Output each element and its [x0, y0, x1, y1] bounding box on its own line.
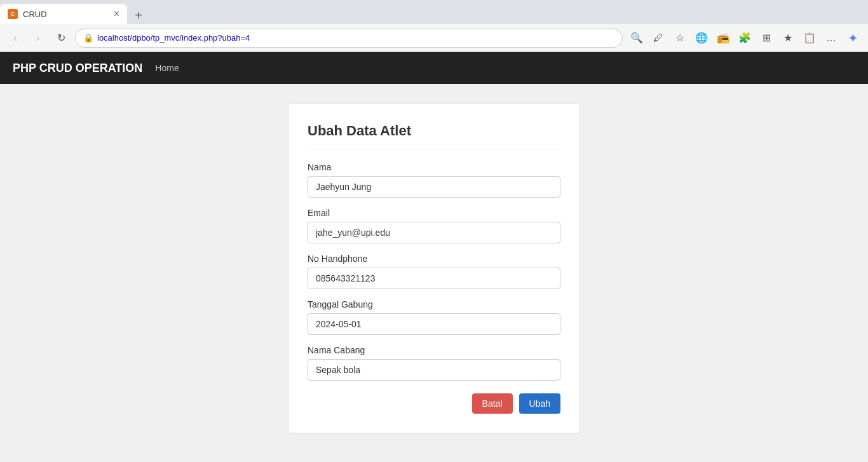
input-nama[interactable] — [308, 176, 560, 198]
form-group-nama: Nama — [308, 162, 560, 198]
wallet-icon[interactable]: 📻 — [714, 29, 732, 47]
address-url: localhost/dpbo/tp_mvc/index.php?ubah=4 — [97, 33, 614, 43]
label-nama: Nama — [308, 162, 560, 172]
form-card: Ubah Data Atlet Nama Email No Handphone … — [288, 103, 580, 433]
address-security-icon: 🔒 — [83, 33, 93, 43]
nav-home-link[interactable]: Home — [155, 63, 179, 73]
edge-copilot-icon[interactable]: ✦ — [844, 29, 862, 47]
input-no-handphone[interactable] — [308, 268, 560, 289]
form-group-tanggal-gabung: Tanggal Gabung — [308, 299, 560, 335]
input-nama-cabang[interactable] — [308, 359, 560, 381]
tab-close-button[interactable]: × — [114, 9, 119, 19]
more-button[interactable]: … — [822, 29, 840, 47]
form-actions: Batal Ubah — [308, 393, 560, 414]
app-title: PHP CRUD OPERATION — [13, 62, 142, 75]
tab-favicon: C — [8, 9, 18, 19]
form-group-nama-cabang: Nama Cabang — [308, 345, 560, 381]
form-title: Ubah Data Atlet — [308, 123, 560, 149]
page-content: Ubah Data Atlet Nama Email No Handphone … — [0, 84, 868, 462]
search-icon[interactable]: 🔍 — [628, 29, 646, 47]
pin-icon[interactable]: 📋 — [801, 29, 818, 47]
cancel-button[interactable]: Batal — [472, 393, 513, 414]
label-email: Email — [308, 208, 560, 218]
tab-title: CRUD — [23, 10, 109, 19]
back-button[interactable]: ‹ — [6, 29, 24, 47]
refresh-button[interactable]: ↻ — [52, 29, 70, 47]
browser-tab[interactable]: C CRUD × — [0, 4, 127, 24]
input-email[interactable] — [308, 222, 560, 243]
submit-button[interactable]: Ubah — [519, 393, 560, 414]
label-no-handphone: No Handphone — [308, 254, 560, 264]
forward-button[interactable]: › — [29, 29, 47, 47]
extensions-icon[interactable]: 🧩 — [736, 29, 754, 47]
read-aloud-icon[interactable]: 🖊 — [649, 29, 667, 47]
form-group-no-handphone: No Handphone — [308, 254, 560, 289]
app-bar: PHP CRUD OPERATION Home — [0, 52, 868, 84]
edge-icon: 🌐 — [693, 29, 710, 47]
label-nama-cabang: Nama Cabang — [308, 345, 560, 355]
favorites-icon[interactable]: ☆ — [671, 29, 689, 47]
label-tanggal-gabung: Tanggal Gabung — [308, 299, 560, 309]
form-group-email: Email — [308, 208, 560, 243]
new-tab-button[interactable]: + — [130, 6, 147, 24]
collections-icon[interactable]: ★ — [779, 29, 797, 47]
address-bar[interactable]: 🔒 localhost/dpbo/tp_mvc/index.php?ubah=4 — [75, 29, 623, 48]
split-screen-icon[interactable]: ⊞ — [757, 29, 775, 47]
input-tanggal-gabung[interactable] — [308, 313, 560, 335]
